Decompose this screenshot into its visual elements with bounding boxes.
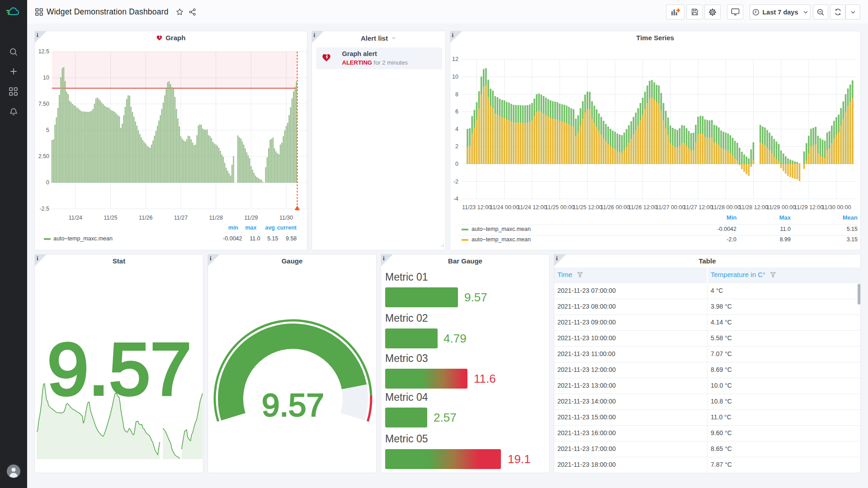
svg-text:11/28 00:00: 11/28 00:00 (711, 204, 740, 211)
svg-text:2.50: 2.50 (38, 153, 49, 160)
svg-text:11/26 12:00: 11/26 12:00 (628, 204, 657, 211)
svg-text:-4: -4 (453, 196, 458, 202)
svg-text:11/27: 11/27 (174, 215, 188, 221)
svg-text:auto~temp_maxc.mean: auto~temp_maxc.mean (472, 226, 531, 232)
svg-text:-2.5: -2.5 (39, 206, 49, 212)
svg-text:11/30 00:00: 11/30 00:00 (821, 204, 851, 211)
svg-text:9.57: 9.57 (47, 328, 191, 410)
svg-text:11/26 00:00: 11/26 00:00 (600, 204, 629, 211)
svg-text:Mean: Mean (842, 214, 857, 221)
svg-text:11/25: 11/25 (104, 215, 117, 221)
svg-text:0: 0 (46, 179, 49, 186)
svg-text:5.15: 5.15 (267, 235, 278, 242)
svg-text:11/29 00:00: 11/29 00:00 (766, 204, 796, 211)
svg-text:10: 10 (452, 74, 458, 80)
svg-text:6: 6 (455, 108, 458, 115)
svg-text:12.5: 12.5 (38, 48, 49, 55)
svg-text:-0.0042: -0.0042 (717, 226, 736, 232)
svg-text:Min: Min (726, 214, 736, 221)
svg-text:8: 8 (455, 91, 458, 98)
svg-text:11.0: 11.0 (250, 235, 260, 242)
svg-text:9.58: 9.58 (286, 235, 297, 242)
svg-text:11/30: 11/30 (279, 215, 293, 221)
svg-text:11/27 00:00: 11/27 00:00 (656, 204, 685, 211)
svg-text:11/25 00:00: 11/25 00:00 (545, 204, 574, 211)
svg-text:0: 0 (455, 161, 458, 167)
svg-text:5.15: 5.15 (846, 226, 857, 232)
svg-text:10: 10 (43, 75, 49, 81)
svg-text:avg: avg (265, 225, 275, 231)
svg-text:9.57: 9.57 (262, 387, 324, 423)
svg-text:11/29 12:00: 11/29 12:00 (794, 204, 823, 211)
svg-text:-0.0042: -0.0042 (223, 235, 242, 242)
svg-text:11/26: 11/26 (139, 215, 152, 221)
svg-text:2: 2 (455, 143, 458, 150)
svg-text:8.99: 8.99 (779, 236, 790, 243)
svg-text:11/29: 11/29 (244, 215, 258, 221)
svg-text:4: 4 (455, 126, 458, 132)
svg-text:5: 5 (46, 127, 49, 133)
svg-text:min: min (228, 225, 238, 231)
svg-text:11/24 00:00: 11/24 00:00 (490, 204, 519, 211)
svg-text:max: max (245, 225, 256, 231)
svg-text:11/28: 11/28 (209, 215, 223, 221)
svg-text:auto~temp_maxc.mean: auto~temp_maxc.mean (472, 236, 531, 243)
svg-text:11/27 12:00: 11/27 12:00 (683, 204, 712, 211)
svg-text:11/25 12:00: 11/25 12:00 (572, 204, 602, 211)
svg-text:3.15: 3.15 (846, 236, 857, 243)
svg-text:-2: -2 (453, 178, 458, 185)
svg-text:12: 12 (452, 56, 458, 62)
svg-text:11.0: 11.0 (780, 226, 790, 232)
svg-text:11/28 12:00: 11/28 12:00 (738, 204, 768, 211)
svg-text:-2.0: -2.0 (726, 236, 736, 243)
svg-text:auto~temp_maxc.mean: auto~temp_maxc.mean (53, 235, 113, 242)
svg-text:11/23 12:00: 11/23 12:00 (462, 204, 491, 211)
svg-text:11/24: 11/24 (69, 215, 82, 221)
svg-text:current: current (277, 225, 297, 231)
svg-text:7.50: 7.50 (38, 101, 49, 107)
svg-text:11/24 12:00: 11/24 12:00 (517, 204, 547, 211)
svg-text:Max: Max (779, 214, 791, 221)
